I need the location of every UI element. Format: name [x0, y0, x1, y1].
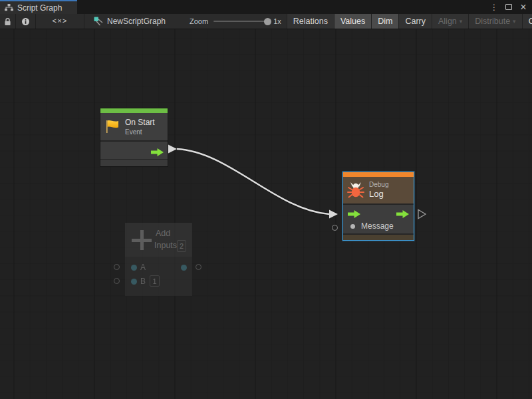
- debug-log-flow-row: [343, 203, 414, 219]
- zoom-label: Zoom: [190, 17, 208, 25]
- zoom-slider-handle[interactable]: [264, 18, 271, 25]
- graph-name-label: NewScriptGraph: [107, 17, 166, 26]
- flow-arrow-icon: [396, 210, 409, 218]
- code-preview-icon[interactable]: <×>: [36, 14, 84, 29]
- window-menu-icon[interactable]: ⋮: [488, 1, 500, 13]
- message-port-label: Message: [361, 221, 394, 231]
- output-connect-circle[interactable]: [196, 264, 201, 270]
- graph-name-button[interactable]: NewScriptGraph: [84, 14, 174, 29]
- node-title: Log: [369, 189, 388, 200]
- distribute-dropdown[interactable]: Distribute ▾: [468, 14, 521, 29]
- align-dropdown[interactable]: Align ▾: [432, 14, 468, 29]
- debug-log-footer: [343, 233, 414, 240]
- graph-icon: [5, 4, 13, 11]
- node-debug-log[interactable]: Debug Log Message: [342, 172, 414, 241]
- dim-button[interactable]: Dim: [371, 14, 398, 29]
- chevron-down-icon: ▾: [460, 18, 463, 25]
- debug-accent-bar: [343, 172, 414, 177]
- title-bar: Script Graph ⋮ ×: [0, 0, 532, 14]
- close-icon[interactable]: ×: [517, 1, 529, 13]
- chevron-down-icon: ▾: [513, 18, 516, 25]
- values-button[interactable]: Values: [334, 14, 371, 29]
- node-title-line1: Add: [156, 229, 170, 238]
- script-graph-window: Script Graph ⋮ ×: [0, 0, 532, 399]
- zoom-slider[interactable]: [213, 21, 268, 22]
- flow-arrow-icon: [151, 148, 164, 156]
- carry-button[interactable]: Carry: [398, 14, 432, 29]
- relations-button[interactable]: Relations: [287, 14, 334, 29]
- flag-icon: [104, 119, 120, 134]
- message-input-port[interactable]: [350, 224, 355, 229]
- bug-icon: [347, 182, 364, 199]
- overview-button[interactable]: Overview: [522, 14, 532, 29]
- lock-icon[interactable]: [0, 14, 15, 29]
- grid: [0, 29, 532, 399]
- node-on-start[interactable]: On Start Event: [100, 108, 168, 167]
- port-b-label: B: [140, 277, 146, 286]
- node-category: Debug: [369, 180, 388, 189]
- port-b-input[interactable]: [131, 279, 137, 285]
- port-b-value-field[interactable]: 1: [150, 275, 160, 287]
- result-output-port[interactable]: [181, 265, 187, 271]
- zoom-level: 1x: [273, 17, 281, 25]
- port-a-label: A: [140, 263, 146, 272]
- graph-canvas[interactable]: On Start Event: [0, 29, 532, 399]
- debug-log-message-row: Message: [343, 219, 414, 233]
- message-port-connect-circle[interactable]: [332, 225, 338, 231]
- on-start-titles: On Start Event: [125, 118, 155, 136]
- node-title: On Start: [125, 118, 155, 128]
- node-title-line2: Inputs: [154, 241, 177, 250]
- tab-title: Script Graph: [17, 3, 62, 13]
- debug-log-titles: Debug Log: [369, 180, 388, 200]
- on-start-header: On Start Event: [100, 113, 168, 140]
- toolbar: <×> NewScriptGraph Zoom 1x Relations Val…: [0, 14, 532, 29]
- plus-icon: [132, 230, 152, 250]
- toolbar-toggle-group: Relations Values Dim Carry Align ▾ Distr…: [287, 14, 532, 29]
- add-inputs-header: Add Inputs 2: [125, 223, 192, 257]
- port-a-connect-circle[interactable]: [114, 264, 120, 270]
- flow-arrow-icon: [348, 210, 360, 218]
- add-inputs-body: A B 1: [125, 257, 192, 296]
- node-subtitle: Event: [125, 128, 155, 136]
- on-start-body: [100, 140, 168, 159]
- script-graph-asset-icon: [94, 17, 103, 26]
- tab-script-graph[interactable]: Script Graph: [0, 0, 77, 14]
- port-a-input[interactable]: [131, 265, 137, 271]
- zoom-control: Zoom 1x: [190, 14, 287, 29]
- debug-log-header: Debug Log: [343, 177, 414, 203]
- maximize-icon[interactable]: [503, 1, 515, 13]
- inputs-count-field[interactable]: 2: [177, 240, 186, 252]
- flow-output-port[interactable]: [151, 147, 164, 159]
- node-add-inputs-ghost[interactable]: Add Inputs 2 A B 1: [125, 223, 192, 296]
- event-accent-bar: [100, 108, 168, 113]
- port-b-connect-circle[interactable]: [114, 278, 120, 284]
- info-icon[interactable]: [16, 14, 35, 29]
- on-start-footer: [100, 159, 168, 166]
- window-controls: ⋮ ×: [488, 0, 529, 14]
